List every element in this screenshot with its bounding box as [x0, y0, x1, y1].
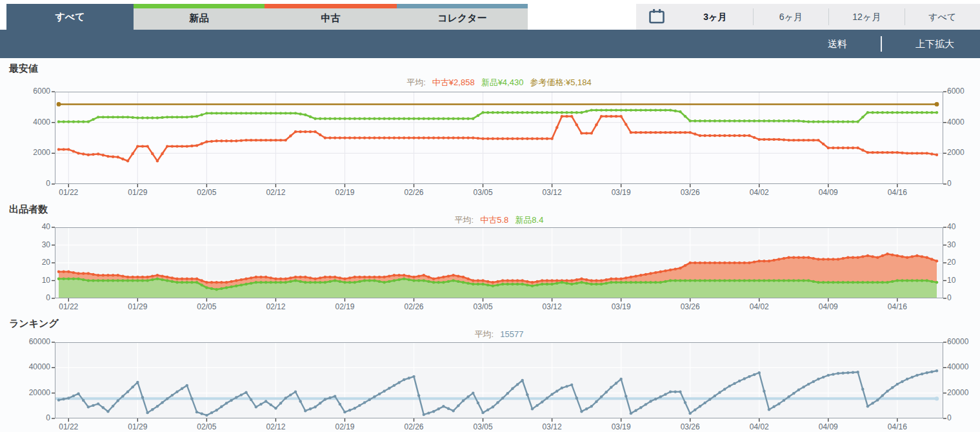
axis-label: 6000: [947, 87, 980, 96]
axis-label: 4000: [14, 118, 50, 127]
period-6months[interactable]: 6ヶ月: [753, 8, 829, 25]
tab-new-accent-strip: [134, 4, 265, 8]
seller-count-plot[interactable]: [55, 227, 943, 298]
axis-label: 01/22: [53, 302, 84, 311]
axis-label: 10: [947, 276, 980, 285]
tab-used[interactable]: 中古: [265, 4, 397, 30]
chart-toolbar: 送料 上下拡大: [0, 30, 980, 58]
axis-label: 10: [14, 276, 50, 285]
y-axis-right-seller-count: 010203040: [947, 227, 980, 298]
axis-label: 04/09: [813, 188, 844, 197]
sellers-canvas: [55, 227, 943, 298]
average-new-sellers: 新品8.4: [515, 215, 543, 225]
ranking-canvas: [55, 342, 943, 418]
tab-collector-accent-strip: [397, 4, 528, 8]
chart-section-seller-count: 出品者数 平均:中古5.8新品8.4 010203040 010203040 0…: [0, 202, 980, 316]
axis-label: 03/26: [675, 188, 706, 197]
axis-label: 20000: [14, 388, 50, 397]
shipping-toggle-button[interactable]: 送料: [828, 38, 847, 50]
axis-label: 04/16: [882, 302, 913, 311]
y-axis-right-ranking: 0200004000060000: [947, 342, 980, 418]
chart-section-ranking: ランキング 平均:15577 0200004000060000 02000040…: [0, 316, 980, 432]
x-axis-seller-count: 01/2201/2902/0502/1202/1902/2603/0503/12…: [55, 302, 943, 313]
axis-label: 60000: [947, 337, 980, 346]
axis-label: 0: [947, 413, 980, 422]
chart-title-seller-count: 出品者数: [9, 203, 48, 216]
axis-label: 03/12: [537, 422, 568, 431]
price-tracker-app: すべて 新品 中古 コレクター 3ヶ月 6ヶ月 12ヶ月: [0, 0, 980, 432]
axis-label: 02/05: [191, 302, 222, 311]
axis-label: 40: [947, 222, 980, 231]
axis-label: 03/12: [537, 188, 568, 197]
axis-label: 03/19: [606, 302, 637, 311]
axis-label: 2000: [947, 148, 980, 157]
average-caption-lowest-price: 平均:中古¥2,858新品¥4,430参考価格:¥5,184: [55, 77, 943, 88]
axis-label: 01/29: [122, 422, 153, 431]
chart-section-lowest-price: 最安値 平均:中古¥2,858新品¥4,430参考価格:¥5,184 02000…: [0, 61, 980, 202]
period-12months[interactable]: 12ヶ月: [828, 8, 905, 25]
average-label: 平均:: [475, 329, 494, 339]
tab-used-label: 中古: [321, 12, 341, 25]
axis-label: 04/02: [744, 422, 775, 431]
axis-label: 30: [14, 240, 50, 249]
axis-label: 03/19: [606, 188, 637, 197]
axis-label: 01/22: [53, 422, 84, 431]
y-axis-left-seller-count: 010203040: [14, 227, 50, 298]
axis-label: 02/26: [399, 302, 430, 311]
ranking-plot[interactable]: [55, 342, 943, 418]
axis-label: 20000: [947, 388, 980, 397]
average-used-sellers: 中古5.8: [480, 215, 508, 225]
average-used-price: 中古¥2,858: [432, 77, 475, 87]
axis-label: 40: [14, 222, 50, 231]
axis-label: 02/19: [329, 302, 360, 311]
lowest-price-plot[interactable]: [55, 92, 943, 184]
x-axis-ranking: 01/2201/2902/0502/1202/1902/2603/0503/12…: [55, 422, 943, 432]
tab-all[interactable]: すべて: [6, 4, 134, 30]
axis-label: 02/26: [399, 422, 430, 431]
axis-label: 03/12: [537, 302, 568, 311]
axis-label: 02/26: [399, 188, 430, 197]
axis-label: 03/05: [468, 422, 499, 431]
condition-tab-bar: すべて 新品 中古 コレクター 3ヶ月 6ヶ月 12ヶ月: [0, 0, 980, 30]
axis-label: 0: [14, 293, 50, 302]
axis-label: 01/29: [122, 302, 153, 311]
expand-vertical-button[interactable]: 上下拡大: [915, 38, 954, 50]
axis-label: 02/12: [260, 302, 291, 311]
tab-all-label: すべて: [55, 11, 85, 23]
average-new-price: 新品¥4,430: [481, 77, 524, 87]
tab-collector-label: コレクター: [437, 12, 486, 25]
x-axis-lowest-price: 01/2201/2902/0502/1202/1902/2603/0503/12…: [55, 188, 943, 198]
y-axis-left-ranking: 0200004000060000: [14, 342, 50, 418]
axis-label: 02/19: [329, 188, 360, 197]
axis-label: 02/05: [191, 188, 222, 197]
axis-label: 04/09: [813, 422, 844, 431]
axis-label: 0: [947, 179, 980, 188]
period-selector: 3ヶ月 6ヶ月 12ヶ月 すべて: [636, 4, 980, 30]
chart-title-ranking: ランキング: [9, 318, 59, 330]
tab-used-accent-strip: [265, 4, 397, 8]
tab-collector[interactable]: コレクター: [397, 4, 528, 30]
average-label: 平均:: [406, 77, 426, 87]
average-ranking-value: 15577: [500, 329, 523, 339]
tab-new[interactable]: 新品: [134, 4, 265, 30]
axis-label: 04/16: [882, 422, 913, 431]
axis-label: 40000: [947, 362, 980, 371]
period-all[interactable]: すべて: [905, 8, 980, 25]
axis-label: 03/19: [606, 422, 637, 431]
average-label: 平均:: [455, 215, 474, 225]
toolbar-divider: [881, 36, 882, 52]
axis-label: 0: [14, 413, 50, 422]
axis-label: 02/12: [260, 422, 291, 431]
period-3months[interactable]: 3ヶ月: [677, 8, 753, 25]
axis-label: 04/16: [882, 188, 913, 197]
average-caption-seller-count: 平均:中古5.8新品8.4: [55, 214, 943, 226]
axis-label: 20: [947, 258, 980, 267]
minprice-canvas: [55, 92, 943, 184]
chart-title-lowest-price: 最安値: [9, 63, 38, 75]
axis-label: 0: [947, 293, 980, 302]
axis-label: 60000: [14, 337, 50, 346]
average-caption-ranking: 平均:15577: [55, 329, 943, 340]
axis-label: 02/19: [329, 422, 360, 431]
axis-label: 04/02: [744, 188, 775, 197]
axis-label: 01/29: [122, 188, 153, 197]
